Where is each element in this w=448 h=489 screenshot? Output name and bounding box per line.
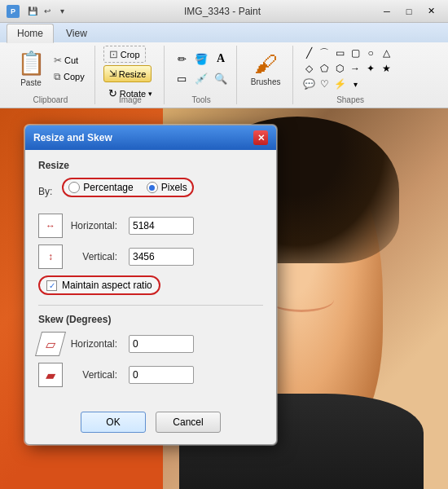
curve-shape[interactable]: ⌒: [317, 46, 332, 60]
quick-access-toolbar: 💾 ↩ ▾: [26, 5, 68, 18]
pencil-tool[interactable]: ✏: [173, 50, 191, 68]
dialog-footer: OK Cancel: [25, 403, 276, 444]
tools-grid: ✏ 🪣 A ▭ 💉 🔍: [173, 50, 230, 87]
maximize-btn[interactable]: □: [398, 3, 419, 20]
dialog-title: Resize and Skew: [33, 132, 112, 143]
skew-h-shape: ▱: [46, 337, 55, 352]
fill-tool[interactable]: 🪣: [192, 50, 210, 68]
maintain-aspect-checkbox[interactable]: ✓: [46, 280, 57, 291]
paste-icon: 📋: [17, 50, 46, 77]
shapes-group-label: Shapes: [336, 95, 364, 104]
resize-button[interactable]: ⇲ Resize: [103, 65, 152, 82]
vertical-skew-row: ▰ Vertical:: [38, 363, 263, 387]
text-tool[interactable]: A: [212, 50, 230, 68]
diamond-shape[interactable]: ◇: [301, 61, 316, 76]
image-group: ⊡ Crop ⇲ Resize ↻ Rotate ▾ Image: [97, 46, 165, 104]
dropdown-btn[interactable]: ▾: [55, 5, 68, 18]
brushes-group: 🖌 Brushes Brushes: [239, 46, 293, 104]
window-controls: ─ □ ✕: [376, 3, 441, 20]
by-label: By:: [38, 186, 52, 197]
minimize-btn[interactable]: ─: [376, 3, 397, 20]
title-bar: P 💾 ↩ ▾ IMG_3343 - Paint ─ □ ✕: [0, 0, 448, 23]
vertical-skew-label: Vertical:: [69, 369, 122, 381]
vertical-skew-input[interactable]: [129, 366, 194, 384]
arrow-shape[interactable]: →: [348, 61, 362, 76]
pixels-radio[interactable]: Pixels: [147, 182, 187, 193]
horizontal-resize-input[interactable]: [129, 217, 194, 235]
dialog-overlay: Resize and Skew ✕ Resize By: Percentage: [0, 108, 448, 489]
heart-shape[interactable]: ♡: [317, 77, 332, 91]
callout-shape[interactable]: 💬: [301, 77, 316, 91]
quick-save-btn[interactable]: 💾: [26, 5, 39, 18]
ok-button[interactable]: OK: [81, 412, 146, 433]
clipboard-group-label: Clipboard: [33, 95, 68, 104]
ellipse-shape[interactable]: ○: [363, 46, 378, 60]
triangle-shape[interactable]: △: [379, 46, 393, 60]
clipboard-group-content: 📋 Paste ✂ Cut ⧉ Copy: [13, 46, 88, 101]
skew-v-shape: ▰: [46, 368, 55, 383]
resize-section-title: Resize: [38, 160, 263, 171]
copy-button[interactable]: ⧉ Copy: [51, 69, 88, 84]
horizontal-skew-row: ▱ Horizontal:: [38, 332, 263, 356]
pentagon-shape[interactable]: ⬠: [317, 61, 332, 76]
cut-button[interactable]: ✂ Cut: [51, 53, 88, 68]
horizontal-skew-icon: ▱: [35, 332, 66, 356]
percentage-label: Percentage: [83, 182, 133, 193]
ribbon-content: 📋 Paste ✂ Cut ⧉ Copy Clipboard: [0, 42, 448, 108]
more-shapes[interactable]: ▾: [348, 77, 362, 91]
brushes-icon: 🖌: [254, 51, 277, 77]
shapes-group: ╱ ⌒ ▭ ▢ ○ △ ◇ ⬠ ⬡ → ✦ ★ 💬 ♡ ⚡ ▾: [295, 46, 406, 104]
image-group-label: Image: [119, 95, 142, 104]
line-shape[interactable]: ╱: [301, 46, 316, 60]
vertical-resize-row: Vertical:: [38, 244, 263, 269]
eraser-tool[interactable]: ▭: [173, 69, 191, 87]
crop-label: Crop: [121, 50, 140, 59]
skew-section-title: Skew (Degrees): [38, 314, 263, 325]
pixels-label: Pixels: [161, 182, 187, 193]
cancel-button[interactable]: Cancel: [156, 412, 221, 433]
crop-button[interactable]: ⊡ Crop: [103, 46, 146, 63]
roundrect-shape[interactable]: ▢: [348, 46, 362, 60]
crop-icon: ⊡: [109, 48, 118, 60]
rect-shape[interactable]: ▭: [332, 46, 347, 60]
percentage-radio[interactable]: Percentage: [68, 182, 133, 193]
shapes-group-content: ╱ ⌒ ▭ ▢ ○ △ ◇ ⬠ ⬡ → ✦ ★ 💬 ♡ ⚡ ▾: [301, 46, 399, 101]
resize-skew-dialog: Resize and Skew ✕ Resize By: Percentage: [24, 125, 277, 445]
rotate-icon: ↻: [108, 87, 117, 99]
tab-view[interactable]: View: [55, 24, 98, 42]
star5-shape[interactable]: ★: [379, 61, 393, 76]
app-icon: P: [7, 5, 20, 18]
quick-undo-btn[interactable]: ↩: [41, 5, 54, 18]
hexagon-shape[interactable]: ⬡: [332, 61, 347, 76]
title-bar-left: P 💾 ↩ ▾: [7, 5, 68, 18]
tab-home[interactable]: Home: [7, 24, 54, 43]
horizontal-resize-row: Horizontal:: [38, 214, 263, 238]
horizontal-skew-label: Horizontal:: [69, 338, 122, 350]
copy-label: Copy: [64, 72, 85, 82]
ribbon: Home View 📋 Paste ✂ Cut ⧉ Copy: [0, 23, 448, 108]
paste-button[interactable]: 📋 Paste: [13, 46, 49, 90]
star4-shape[interactable]: ✦: [363, 61, 378, 76]
magnify-tool[interactable]: 🔍: [212, 69, 230, 87]
dialog-body: Resize By: Percentage Pixels: [25, 150, 276, 403]
window-title: IMG_3343 - Paint: [68, 6, 376, 17]
resize-mode-selector: Percentage Pixels: [62, 178, 193, 197]
canvas-area: Resize and Skew ✕ Resize By: Percentage: [0, 108, 448, 489]
vertical-skew-icon: ▰: [38, 363, 63, 387]
percentage-radio-circle: [68, 182, 80, 193]
shapes-grid: ╱ ⌒ ▭ ▢ ○ △ ◇ ⬠ ⬡ → ✦ ★ 💬 ♡ ⚡ ▾: [301, 46, 399, 91]
lightning-shape[interactable]: ⚡: [332, 77, 347, 91]
dialog-close-btn[interactable]: ✕: [253, 130, 268, 145]
tools-group-label: Tools: [191, 95, 210, 104]
v-arrow-icon: [48, 251, 53, 262]
h-arrow-icon: [46, 220, 55, 231]
pixels-radio-circle: [147, 182, 158, 193]
horizontal-skew-input[interactable]: [129, 335, 194, 353]
picker-tool[interactable]: 💉: [192, 69, 210, 87]
resize-icon: ⇲: [109, 68, 116, 79]
vertical-resize-input[interactable]: [129, 248, 194, 266]
close-btn[interactable]: ✕: [420, 3, 441, 20]
maintain-aspect-label: Maintain aspect ratio: [62, 280, 152, 291]
brushes-group-content: 🖌 Brushes: [245, 46, 286, 101]
brushes-button[interactable]: 🖌 Brushes: [245, 46, 286, 90]
